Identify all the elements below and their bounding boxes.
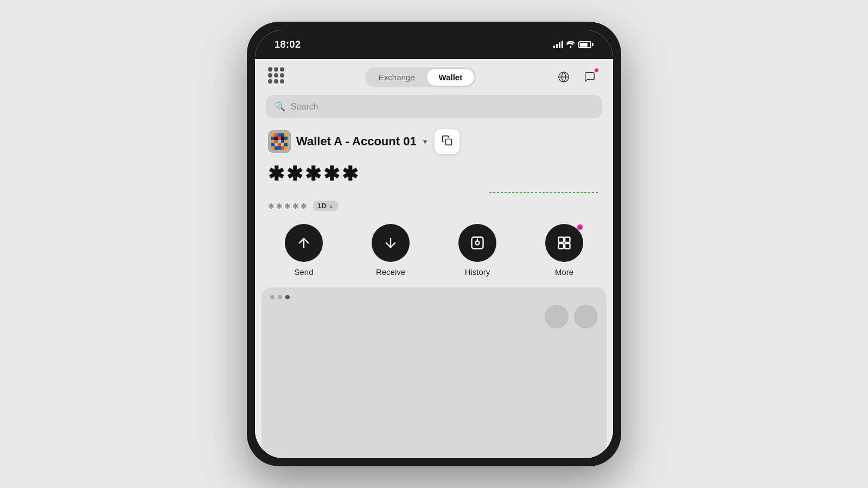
svg-rect-34 [559,237,564,242]
more-notification-dot [577,224,583,230]
history-action[interactable]: History [458,224,496,277]
svg-rect-8 [275,137,278,140]
menu-grid-icon[interactable] [268,67,288,87]
notification-badge [594,68,599,73]
receive-button[interactable] [372,224,410,262]
period-direction: ▲ [328,203,334,209]
chat-button[interactable] [579,67,600,87]
nav-right [553,67,600,87]
send-button[interactable] [285,224,323,262]
search-icon: 🔍 [275,101,285,112]
svg-rect-37 [565,243,570,248]
bottom-icon-1[interactable] [545,305,569,329]
app-content: Exchange Wallet [255,59,613,458]
dot-1 [270,295,275,299]
svg-rect-18 [275,143,278,146]
svg-rect-6 [284,133,288,137]
svg-rect-15 [281,140,284,143]
svg-rect-12 [271,140,275,143]
svg-rect-25 [281,146,284,150]
tab-group: Exchange Wallet [365,67,476,87]
more-label: More [555,267,573,277]
send-action[interactable]: Send [285,224,323,277]
pagination-dots [270,295,598,299]
status-icons [553,40,593,49]
status-bar: 18:02 [255,30,613,59]
nav-bar: Exchange Wallet [255,59,613,93]
more-icon [557,235,572,251]
copy-address-button[interactable] [435,129,459,154]
sub-balance-row: ✱✱✱✱✱ 1D ▲ [268,201,600,211]
dot-2 [278,295,282,299]
wallet-avatar [268,130,291,153]
svg-rect-20 [281,143,284,146]
period-label: 1D [317,202,327,210]
status-time: 18:02 [275,39,301,50]
svg-rect-22 [271,146,275,150]
wallet-section: Wallet A - Account 01 ▾ ✱✱✱✱ [255,125,613,224]
search-container: 🔍 Search [255,93,613,125]
bottom-icon-2[interactable] [574,305,598,329]
tab-exchange[interactable]: Exchange [367,69,427,86]
search-placeholder: Search [291,102,318,112]
bottom-card [261,287,607,458]
svg-rect-24 [278,146,281,150]
tab-wallet[interactable]: Wallet [427,69,475,86]
svg-rect-19 [278,143,281,146]
receive-action[interactable]: Receive [372,224,410,277]
account-dropdown-arrow[interactable]: ▾ [423,137,427,146]
sub-balance-masked: ✱✱✱✱✱ [268,202,309,210]
history-label: History [465,267,490,277]
wallet-account-name: Wallet A - Account 01 [296,134,417,149]
copy-icon [442,135,452,149]
svg-rect-10 [281,137,284,140]
globe-icon [558,71,570,83]
svg-rect-23 [275,146,278,150]
svg-rect-5 [281,133,284,137]
svg-rect-36 [559,243,564,248]
svg-rect-4 [278,133,281,137]
send-label: Send [294,267,313,277]
receive-icon [383,235,398,251]
phone-frame: 18:02 [247,22,621,466]
svg-rect-17 [271,143,275,146]
globe-button[interactable] [553,67,574,87]
svg-rect-16 [284,140,288,143]
svg-rect-13 [275,140,278,143]
send-icon [296,235,311,251]
balance-row: ✱✱✱✱✱ [268,163,600,185]
chart-container [268,188,600,197]
wifi-icon [566,40,575,49]
svg-rect-14 [278,140,281,143]
svg-rect-9 [278,137,281,140]
receive-label: Receive [376,267,405,277]
svg-rect-7 [271,137,275,140]
chart-line [489,190,598,195]
history-icon [470,235,485,251]
svg-rect-11 [284,137,288,140]
bottom-icons-row [270,305,598,329]
balance-masked: ✱✱✱✱✱ [268,163,360,185]
svg-rect-3 [275,133,278,137]
battery-icon [578,41,593,48]
history-button[interactable] [458,224,496,262]
more-button[interactable] [545,224,583,262]
action-buttons: Send Receive [255,224,613,287]
signal-icon [553,41,563,48]
svg-rect-2 [271,133,275,137]
svg-rect-35 [565,237,570,242]
period-badge[interactable]: 1D ▲ [313,201,339,211]
phone-screen: 18:02 [255,30,613,458]
svg-rect-21 [284,143,288,146]
wallet-account-row: Wallet A - Account 01 ▾ [268,129,600,154]
svg-rect-26 [284,146,288,150]
svg-rect-27 [445,139,451,145]
dot-3 [285,295,290,299]
more-action[interactable]: More [545,224,583,277]
search-bar[interactable]: 🔍 Search [266,95,602,118]
chat-icon [584,71,596,83]
